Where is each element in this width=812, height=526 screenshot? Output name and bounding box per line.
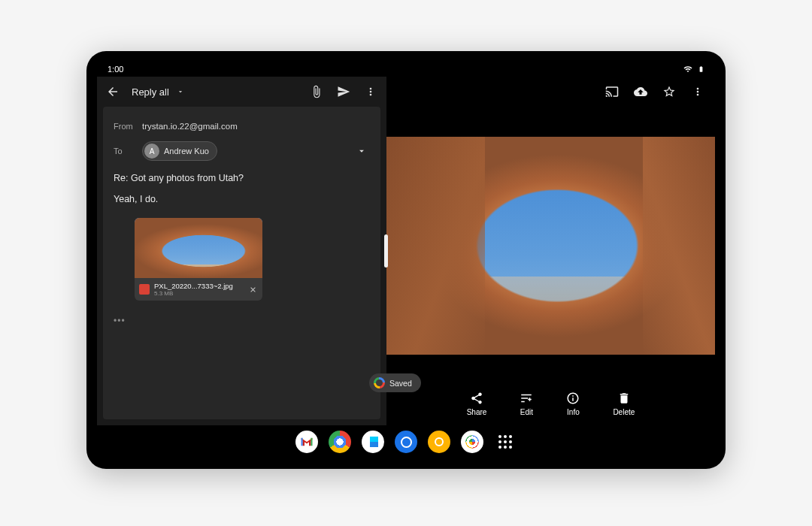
compose-area: From trystan.io.22@gmail.com To A Andrew…	[103, 107, 380, 419]
share-icon	[470, 391, 483, 405]
reply-mode-label: Reply all	[132, 86, 169, 98]
wifi-icon	[683, 65, 693, 74]
chevron-down-icon	[356, 146, 367, 156]
gmail-more-button[interactable]	[362, 83, 379, 100]
attachment-card[interactable]: PXL_20220...7333~2.jpg 5.3 MB	[135, 218, 262, 301]
trash-icon	[617, 391, 631, 405]
delete-button[interactable]: Delete	[613, 391, 635, 416]
to-label: To	[114, 147, 142, 156]
status-bar: 1:00	[97, 62, 715, 77]
photos-more-button[interactable]	[689, 83, 706, 100]
edit-label: Edit	[520, 408, 533, 416]
image-file-icon	[139, 284, 150, 295]
photo-viewer[interactable]	[386, 107, 715, 385]
delete-label: Delete	[613, 408, 635, 416]
more-vert-icon	[692, 86, 704, 98]
saved-label: Saved	[389, 379, 412, 388]
split-resize-handle[interactable]	[384, 234, 388, 268]
taskbar-files[interactable]	[428, 431, 450, 453]
share-label: Share	[467, 408, 487, 416]
show-quoted-button[interactable]: •••	[114, 316, 370, 326]
from-label: From	[114, 122, 142, 131]
recipient-avatar: A	[144, 144, 159, 159]
chevron-down-icon	[177, 88, 184, 95]
taskbar-camera[interactable]	[395, 431, 417, 453]
favorite-button[interactable]	[661, 83, 677, 100]
from-value: trystan.io.22@gmail.com	[142, 122, 238, 131]
to-row[interactable]: To A Andrew Kuo	[114, 138, 370, 168]
split-view: Reply all From	[97, 77, 715, 425]
tablet-frame: 1:00 Reply all	[86, 51, 726, 469]
recipient-chip[interactable]: A Andrew Kuo	[142, 141, 217, 161]
recipient-name: Andrew Kuo	[164, 147, 209, 156]
taskbar-all-apps[interactable]	[494, 431, 517, 453]
info-label: Info	[567, 408, 580, 416]
saved-toast: Saved	[369, 373, 421, 392]
tablet-screen: 1:00 Reply all	[97, 62, 715, 458]
photos-pane: Share Edit Info Delete	[386, 77, 715, 425]
attachment-preview	[135, 218, 262, 278]
photos-action-bar: Share Edit Info Delete	[386, 385, 715, 425]
remove-attachment-button[interactable]	[247, 284, 258, 295]
edit-sliders-icon	[520, 391, 533, 405]
cloud-upload-button[interactable]	[632, 83, 649, 100]
attachment-info-strip: PXL_20220...7333~2.jpg 5.3 MB	[135, 278, 262, 301]
back-button[interactable]	[105, 83, 121, 100]
expand-recipients-button[interactable]	[353, 143, 370, 159]
apps-grid-icon	[498, 435, 512, 449]
status-time: 1:00	[108, 65, 123, 74]
cast-icon	[605, 85, 619, 98]
send-icon	[337, 85, 350, 98]
attachment-filename: PXL_20220...7333~2.jpg	[154, 282, 243, 290]
cloud-upload-icon	[634, 85, 647, 98]
photos-topbar	[386, 77, 715, 107]
taskbar-chrome[interactable]	[329, 431, 351, 453]
gmail-pane: Reply all From	[97, 77, 386, 425]
taskbar-play-store[interactable]	[362, 431, 384, 453]
star-outline-icon	[662, 85, 676, 98]
paperclip-icon	[310, 85, 323, 98]
compose-body[interactable]: Yeah, I do.	[114, 192, 370, 215]
send-button[interactable]	[335, 83, 352, 100]
attachment-size: 5.3 MB	[154, 290, 243, 297]
battery-icon	[698, 64, 704, 74]
cast-button[interactable]	[604, 83, 620, 100]
from-row[interactable]: From trystan.io.22@gmail.com	[114, 117, 370, 138]
info-icon	[566, 391, 580, 405]
gmail-topbar: Reply all	[97, 77, 386, 107]
photo-content	[386, 137, 715, 355]
share-button[interactable]: Share	[467, 391, 487, 416]
attach-button[interactable]	[308, 83, 325, 100]
photos-badge-icon	[374, 377, 385, 388]
taskbar-photos[interactable]	[461, 431, 483, 453]
more-vert-icon	[365, 86, 377, 98]
info-button[interactable]: Info	[566, 391, 580, 416]
reply-mode-dropdown[interactable]: Reply all	[132, 86, 184, 98]
edit-button[interactable]: Edit	[520, 391, 533, 416]
subject-field[interactable]: Re: Got any photos from Utah?	[114, 168, 370, 192]
taskbar-gmail[interactable]	[295, 431, 318, 453]
close-icon	[249, 286, 257, 294]
taskbar	[97, 425, 715, 458]
